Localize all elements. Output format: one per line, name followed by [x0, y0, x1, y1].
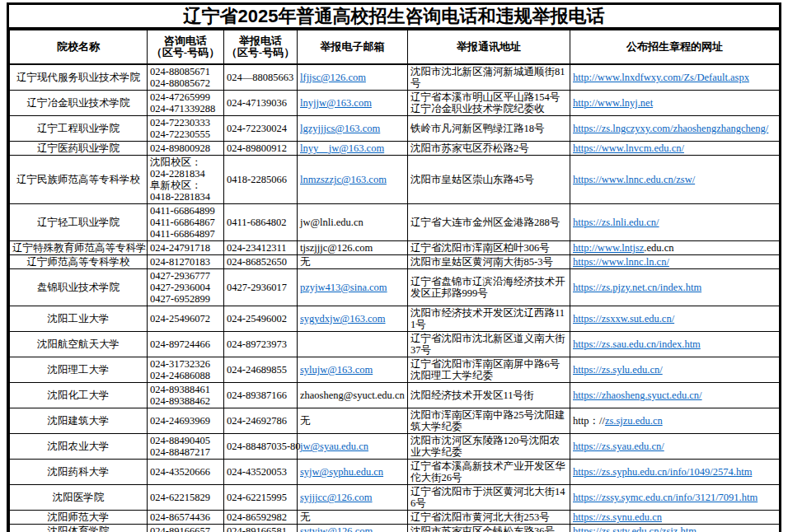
consult-phone-line: 024-25496072 [150, 313, 221, 324]
charter-url-link[interactable]: https://zs.synu.edu.cn [573, 511, 662, 523]
report-phone-cell: 024—88085663 [224, 64, 298, 91]
report-email-cell: 无 [298, 408, 408, 434]
charter-url-link[interactable]: https://zs.syphu.edu.cn/info/1049/2574.h… [573, 466, 752, 478]
report-email-link[interactable]: lnyjjw@163.com [300, 97, 372, 109]
report-email-link[interactable]: sytyjw@126.com [300, 525, 373, 532]
report-phone-cell: 024-62215995 [224, 485, 298, 511]
consult-phone-cell: 024-89724466 [148, 332, 224, 357]
charter-url-link[interactable]: http://www.lnxdfwxy.com/Zs/Default.aspx [573, 72, 749, 83]
report-email-text: jw@lnli.edu.cn [300, 217, 364, 228]
table-row: 沈阳建筑大学024-24693969024-24692786无沈阳市浑南区浑南中… [10, 408, 780, 434]
consult-phone-line: 024-31732326 [150, 358, 221, 370]
report-address-cell: 铁岭市凡河新区鸭绿江路18号 [408, 116, 570, 142]
charter-url-cell: https://zs.sylu.edu.cn/ [570, 357, 780, 383]
report-email-cell: jw@syau.edu.cn [298, 434, 408, 460]
report-address-cell: 辽宁省沈阳市浑南区柏叶306号 [408, 241, 570, 255]
consult-phone-line: 024-81270183 [150, 256, 221, 268]
report-email-link[interactable]: sylujw@163.com [300, 364, 373, 376]
charter-url-link[interactable]: https://zs.lngczyxy.com/zhaoshengzhangch… [573, 123, 768, 134]
charter-url-link[interactable]: https://www.lnnc.ln.cn/ [573, 256, 669, 268]
consult-phone-cell: 024-62215829 [148, 485, 224, 511]
report-address-cell: 沈阳市皇姑区崇山东路45号 [408, 156, 570, 204]
consult-phone-line: 沈阳校区： [150, 156, 221, 168]
charter-url-cell: https://zhaosheng.syuct.edu.cn/ [570, 383, 780, 408]
charter-url-cell: https://zs.lnli.edu.cn/ [570, 204, 780, 241]
column-header: 举报通讯地址 [408, 30, 570, 65]
consult-phone-cell: 024-31732326024-24686088 [148, 357, 224, 383]
report-email-link[interactable]: jw@syau.edu.cn [300, 441, 368, 452]
consult-phone-line: 024-88085671 [150, 66, 221, 77]
table-row: 沈阳体育学院024-89166657024-89166581sytyjw@126… [10, 525, 780, 532]
charter-url-cell: https://zs.synu.edu.cn [570, 511, 780, 525]
charter-url-cell: https://zssy.symc.edu.cn/info/3121/7091.… [570, 485, 780, 511]
report-phone-cell: 024-89723973 [224, 332, 298, 357]
charter-url-link[interactable]: https://zssy.symc.edu.cn/info/3121/7091.… [573, 492, 758, 503]
consult-phone-cell: 024-89388461024-89388462 [148, 383, 224, 408]
charter-url-prefix: http：// [573, 415, 605, 427]
report-email-link[interactable]: lnmzszzjc@163.com [300, 174, 387, 185]
report-email-cell: lnyy__jw@163.com [298, 142, 408, 156]
charter-url-cell: https://www.lnnc.edu.cn/zsw/ [570, 156, 780, 204]
report-email-cell: sygydxjw@163.com [298, 306, 408, 332]
report-phone-cell: 024-88487035-80 [224, 434, 298, 460]
report-email-cell: sylujw@163.com [298, 357, 408, 383]
charter-url-link[interactable]: https://zs.pjzy.net.cn/index.htm [573, 282, 701, 293]
consult-phone-line: 024-72230555 [150, 128, 221, 140]
charter-url-link[interactable]: https://www.lnnc.edu.cn/zsw/ [573, 174, 695, 185]
report-email-text: zhaosheng@syuct.edu.cn [300, 390, 405, 401]
report-address-cell: 辽宁省沈阳市沈北新区道义南大街37号 [408, 332, 570, 357]
charter-url-link[interactable]: https://zs.lnli.edu.cn/ [573, 217, 659, 228]
charter-url-cell: http：//zs.sjzu.edu.cn [570, 408, 780, 434]
charter-url-link[interactable]: https://zs.syty.edu.cn/zsjz.htm [573, 525, 697, 532]
table-row: 辽宁轻工职业学院0411-668648990411-668648670411-6… [10, 204, 780, 241]
report-email-cell: syjjjcc@126.com [298, 485, 408, 511]
report-email-link[interactable]: syjjjcc@126.com [300, 492, 373, 503]
consult-phone-line: 024-471339288 [150, 103, 221, 114]
consult-phone-line: 024-24791718 [150, 242, 221, 254]
consult-phone-line: 0411-66864897 [150, 228, 221, 240]
report-email-link[interactable]: sygydxjw@163.com [300, 313, 386, 324]
report-phone-cell: 024-72230024 [224, 116, 298, 142]
column-header-label: 院校名称 [11, 41, 146, 53]
charter-url-link[interactable]: https://zhaosheng.syuct.edu.cn/ [573, 390, 702, 401]
charter-url-link[interactable]: https://zs.sau.edu.cn/index.htm [573, 338, 701, 350]
report-email-link[interactable]: lfjjsc@126.com [300, 72, 366, 83]
charter-url-cell: https://zs.lngczyxy.com/zhaoshengzhangch… [570, 116, 780, 142]
charter-url-link[interactable]: https://zs.sylu.edu.cn/ [573, 364, 663, 376]
charter-url-cell: https://zs.sau.edu.cn/index.htm [570, 332, 780, 357]
charter-url-link[interactable]: https://zs.syau.edu.cn/ [573, 441, 664, 452]
report-email-link[interactable]: lnyy__jw@163.com [300, 142, 384, 154]
report-email-cell: sytyjw@126.com [298, 525, 408, 532]
charter-url-link[interactable]: https://zsxxw.sut.edu.cn/ [573, 313, 674, 324]
consult-phone-line: 0427-6952899 [150, 293, 221, 305]
charter-url-link[interactable]: zs.sjzu.edu.cn [605, 415, 663, 427]
consult-phone-cell: 024-24693969 [148, 408, 224, 434]
page-title: 辽宁省2025年普通高校招生咨询电话和违规举报电话 [9, 5, 779, 30]
report-phone-cell: 024-43520053 [224, 460, 298, 485]
consult-phone-line: 024-62215829 [150, 492, 221, 503]
report-email-text: tjszjjjc@126.com [300, 242, 373, 254]
header-row: 院校名称咨询电话（区号-号码）举报电话（区号-号码）举报电子邮箱举报通讯地址公布… [10, 30, 780, 65]
report-email-cell: lnyjjw@163.com [298, 91, 408, 116]
report-email-cell: lnmzszzjc@163.com [298, 156, 408, 204]
charter-url-cell: http://www.lnxdfwxy.com/Zs/Default.aspx [570, 64, 780, 91]
college-name: 沈阳理工大学 [10, 357, 148, 383]
consult-phone-cell: 024-81270183 [148, 255, 224, 269]
charter-url-cell: http://www.lnyj.net [570, 91, 780, 116]
report-email-link[interactable]: pzyjw413@sina.com [300, 282, 387, 293]
college-name: 沈阳工业大学 [10, 306, 148, 332]
report-email-cell: pzyjw413@sina.com [298, 269, 408, 306]
charter-url-suffix: .edu.cn [644, 242, 673, 254]
charter-url-link[interactable]: http://www.lntjsz [573, 242, 644, 254]
college-name: 沈阳体育学院 [10, 525, 148, 532]
consult-phone-cell: 0411-668648990411-668648670411-66864897 [148, 204, 224, 241]
consult-phone-line: 阜新校区： [150, 180, 221, 191]
report-address-cell: 沈阳市浑南区浑南中路25号沈阳建筑大学纪委 [408, 408, 570, 434]
charter-url-link[interactable]: http://www.lnyj.net [573, 97, 653, 109]
consult-phone-line: 024-89388462 [150, 395, 221, 407]
consult-phone-cell: 024-72230333024-72230555 [148, 116, 224, 142]
report-email-link[interactable]: syjw@syphu.edu.cn [300, 466, 383, 478]
charter-url-link[interactable]: https://www.lnvcm.edu.cn/ [573, 142, 684, 154]
report-email-link[interactable]: lgzyjjjcs@163.com [300, 123, 380, 134]
report-phone-cell: 024-24689855 [224, 357, 298, 383]
